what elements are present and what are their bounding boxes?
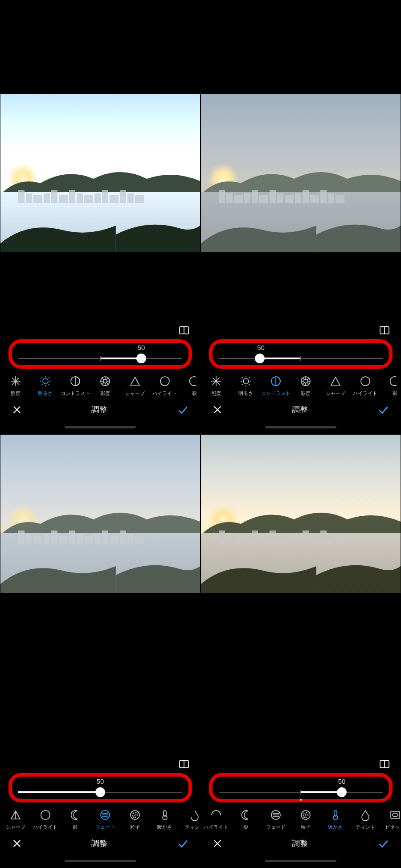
param-list[interactable]: シャープ ハイライト 影 フェード 粒子 暖かさ bbox=[0, 807, 200, 831]
photo-preview bbox=[0, 435, 200, 593]
param-label: 照度 bbox=[11, 390, 20, 397]
panel-title: 調整 bbox=[91, 404, 107, 415]
param-label: ハイライト bbox=[204, 824, 228, 831]
tri-cut-icon bbox=[9, 809, 22, 821]
slider-value: 50 bbox=[97, 777, 104, 785]
param-lines[interactable]: フェード bbox=[261, 809, 291, 831]
svg-point-85 bbox=[303, 813, 304, 814]
svg-point-89 bbox=[305, 815, 306, 815]
panel-title: 調整 bbox=[91, 838, 107, 849]
param-sparkle[interactable]: 照度 bbox=[201, 375, 231, 397]
param-vignette[interactable]: ビネット bbox=[380, 809, 401, 831]
param-label: 彩度 bbox=[301, 390, 311, 397]
slider-annotation: 50 bbox=[209, 773, 393, 802]
param-label: 明るさ bbox=[238, 390, 253, 397]
param-half[interactable]: コントラスト bbox=[60, 375, 90, 397]
param-circle[interactable]: ハイライト bbox=[150, 375, 180, 397]
confirm-button[interactable] bbox=[177, 838, 188, 849]
cancel-button[interactable] bbox=[12, 405, 22, 415]
slider-thumb[interactable] bbox=[337, 787, 347, 797]
param-circle[interactable]: ハイライト bbox=[30, 809, 60, 831]
param-thermo[interactable]: 暖かさ bbox=[150, 809, 180, 831]
param-label: ティント bbox=[356, 824, 375, 831]
burst-icon bbox=[299, 375, 312, 387]
param-lines[interactable]: フェード bbox=[90, 809, 120, 831]
param-label: フェード bbox=[266, 824, 286, 831]
svg-line-53 bbox=[307, 378, 309, 380]
svg-point-86 bbox=[306, 812, 307, 813]
param-drop-cut[interactable]: ティント bbox=[180, 809, 200, 831]
lines-icon bbox=[270, 809, 282, 821]
cancel-button[interactable] bbox=[213, 405, 222, 415]
param-sun[interactable]: 明るさ bbox=[30, 375, 60, 397]
slider-value: 50 bbox=[138, 344, 145, 351]
svg-point-70 bbox=[132, 815, 133, 816]
param-burst[interactable]: 彩度 bbox=[90, 375, 120, 397]
param-circle[interactable]: ハイライト bbox=[350, 375, 380, 397]
confirm-button[interactable] bbox=[377, 404, 389, 415]
param-moon-cut[interactable]: 影 bbox=[180, 375, 200, 397]
param-moon[interactable]: 影 bbox=[60, 809, 90, 831]
svg-point-61 bbox=[41, 810, 50, 819]
param-sun[interactable]: 明るさ bbox=[231, 375, 261, 397]
confirm-button[interactable] bbox=[177, 404, 188, 415]
svg-point-95 bbox=[393, 813, 398, 817]
param-label: 影 bbox=[243, 824, 248, 831]
param-circle-cut[interactable]: ハイライト bbox=[201, 809, 231, 831]
param-sparkle[interactable]: 照度 bbox=[0, 375, 30, 397]
param-dots[interactable]: 粒子 bbox=[291, 809, 320, 831]
photo-preview bbox=[201, 94, 401, 252]
param-half[interactable]: コントラスト bbox=[261, 375, 291, 397]
svg-line-13 bbox=[48, 377, 49, 378]
param-label: ハイライト bbox=[152, 390, 177, 397]
confirm-button[interactable] bbox=[377, 838, 389, 849]
param-label: ハイライト bbox=[33, 824, 57, 831]
param-label: ハイライト bbox=[353, 390, 377, 397]
param-list[interactable]: 照度 明るさ コントラスト 彩度 シャープ ハイライト bbox=[201, 373, 401, 398]
aspect-icon[interactable] bbox=[379, 760, 390, 769]
cancel-button[interactable] bbox=[12, 839, 22, 848]
param-dots[interactable]: 粒子 bbox=[120, 809, 150, 831]
param-thermo[interactable]: 暖かさ bbox=[320, 809, 350, 831]
slider-thumb[interactable] bbox=[255, 354, 265, 363]
editor-panel: -50 照度 明るさ コントラスト 彩度 bbox=[200, 0, 401, 434]
param-label: 粒子 bbox=[301, 824, 311, 831]
param-label: 影 bbox=[192, 390, 197, 397]
param-list[interactable]: 照度 明るさ コントラスト 彩度 シャープ ハイライト bbox=[0, 373, 200, 398]
param-list[interactable]: ハイライト 影 フェード 粒子 暖かさ ティント bbox=[201, 807, 401, 831]
aspect-icon[interactable] bbox=[179, 326, 189, 335]
param-moon[interactable]: 影 bbox=[231, 809, 261, 831]
param-drop[interactable]: ティント bbox=[350, 809, 380, 831]
param-burst[interactable]: 彩度 bbox=[291, 375, 320, 397]
param-label: フェード bbox=[95, 824, 115, 831]
thermo-icon bbox=[159, 809, 171, 821]
home-indicator bbox=[65, 860, 136, 862]
aspect-icon[interactable] bbox=[179, 760, 189, 769]
param-tri[interactable]: シャープ bbox=[120, 375, 150, 397]
param-moon-cut[interactable]: 影 bbox=[380, 375, 401, 397]
half-icon bbox=[270, 375, 282, 387]
svg-point-71 bbox=[135, 815, 135, 815]
dots-icon bbox=[299, 809, 312, 821]
param-label: 粒子 bbox=[130, 824, 140, 831]
editor-panel: 50 ハイライト 影 フェード 粒子 bbox=[200, 434, 401, 868]
cancel-button[interactable] bbox=[213, 839, 222, 848]
svg-point-87 bbox=[307, 815, 308, 815]
aspect-icon[interactable] bbox=[379, 326, 390, 335]
svg-point-69 bbox=[137, 815, 138, 815]
svg-point-45 bbox=[304, 379, 307, 383]
param-label: 明るさ bbox=[38, 390, 53, 397]
param-tri[interactable]: シャープ bbox=[320, 375, 350, 397]
home-indicator bbox=[65, 426, 136, 428]
editor-panel: 50 シャープ ハイライト 影 フェード 粒 bbox=[0, 434, 200, 868]
circle-icon bbox=[159, 375, 171, 387]
sun-icon bbox=[39, 375, 52, 387]
param-label: ティント bbox=[185, 824, 200, 831]
slider-thumb[interactable] bbox=[136, 354, 146, 363]
panel-title: 調整 bbox=[292, 404, 308, 415]
svg-line-24 bbox=[106, 378, 108, 380]
tri-icon bbox=[129, 375, 141, 387]
param-tri-cut[interactable]: シャープ bbox=[0, 809, 30, 831]
slider-thumb[interactable] bbox=[95, 787, 105, 797]
param-label: シャープ bbox=[125, 390, 145, 397]
